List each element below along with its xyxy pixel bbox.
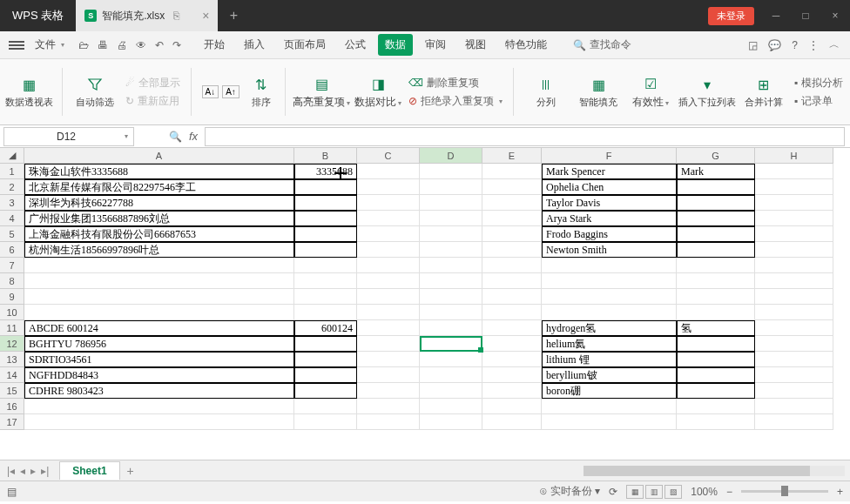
- col-header-E[interactable]: E: [482, 148, 542, 164]
- col-header-B[interactable]: B: [294, 148, 357, 164]
- cell[interactable]: [420, 164, 482, 179]
- tab-formula[interactable]: 公式: [338, 34, 373, 56]
- zoom-fx-icon[interactable]: 🔍: [169, 131, 182, 143]
- cell[interactable]: [294, 383, 357, 399]
- cell[interactable]: [677, 367, 755, 383]
- sort-asc-icon[interactable]: A↓: [202, 85, 219, 98]
- cell[interactable]: [294, 179, 357, 195]
- cell[interactable]: [357, 211, 420, 226]
- name-box[interactable]: D12 ▾: [3, 127, 134, 146]
- row-header[interactable]: 9: [0, 289, 24, 305]
- cell[interactable]: CDHRE 9803423: [24, 383, 294, 399]
- zoom-out-button[interactable]: −: [726, 486, 732, 498]
- reject-dupes-button[interactable]: ⊘拒绝录入重复项▾: [408, 94, 503, 109]
- cell[interactable]: Newton Smith: [542, 242, 677, 258]
- sheet-nav-prev-icon[interactable]: ◂: [20, 465, 25, 477]
- cell[interactable]: Mark: [677, 164, 755, 179]
- tab-data[interactable]: 数据: [378, 34, 413, 56]
- view-page-icon[interactable]: ▥: [645, 485, 663, 499]
- cell[interactable]: [755, 164, 833, 179]
- tab-view[interactable]: 视图: [458, 34, 493, 56]
- cell[interactable]: [420, 242, 482, 258]
- col-header-C[interactable]: C: [357, 148, 420, 164]
- cell[interactable]: 珠海金山软件3335688: [24, 164, 294, 179]
- cell[interactable]: Arya Stark: [542, 211, 677, 226]
- cell[interactable]: [294, 195, 357, 211]
- row-header[interactable]: 11: [0, 320, 24, 336]
- fx-label[interactable]: fx: [189, 130, 198, 143]
- save-icon[interactable]: 🖶: [98, 39, 108, 51]
- row-header[interactable]: 13: [0, 352, 24, 367]
- col-header-A[interactable]: A: [24, 148, 294, 164]
- redo-icon[interactable]: ↷: [172, 39, 181, 51]
- row-header[interactable]: 5: [0, 226, 24, 242]
- cell[interactable]: [294, 211, 357, 226]
- cell[interactable]: 广州报业集团13566887896刘总: [24, 211, 294, 226]
- cell[interactable]: [677, 336, 755, 352]
- autofilter-button[interactable]: 自动筛选: [73, 63, 117, 121]
- row-header[interactable]: 2: [0, 179, 24, 195]
- cell[interactable]: 北京新星传媒有限公司82297546李工: [24, 179, 294, 195]
- cell[interactable]: [357, 195, 420, 211]
- col-header-D[interactable]: D: [420, 148, 482, 164]
- col-header-H[interactable]: H: [755, 148, 833, 164]
- cell[interactable]: [677, 242, 755, 258]
- cell[interactable]: [677, 226, 755, 242]
- cell[interactable]: Frodo Baggins: [542, 226, 677, 242]
- collapse-ribbon-icon[interactable]: ︿: [829, 37, 840, 52]
- cell[interactable]: ABCDE 600124: [24, 320, 294, 336]
- smart-fill-button[interactable]: ▦ 智能填充: [577, 63, 620, 121]
- cell[interactable]: [482, 179, 542, 195]
- highlight-dupes-button[interactable]: ▤ 高亮重复项▾: [296, 63, 348, 121]
- zoom-level[interactable]: 100%: [691, 486, 718, 498]
- chat-icon[interactable]: 💬: [768, 39, 781, 51]
- cell[interactable]: Mark Spencer: [542, 164, 677, 179]
- print-icon[interactable]: 🖨: [117, 39, 127, 51]
- consolidate-button[interactable]: ⊞ 合并计算: [742, 63, 786, 121]
- cell[interactable]: [294, 352, 357, 367]
- maximize-icon[interactable]: □: [791, 0, 820, 31]
- sort-button[interactable]: ⇅ 排序: [248, 63, 274, 121]
- simulation-button[interactable]: ▪模拟分析: [794, 76, 843, 91]
- row-header[interactable]: 14: [0, 367, 24, 383]
- delete-dupes-button[interactable]: ⌫删除重复项: [408, 76, 503, 91]
- cell[interactable]: Taylor Davis: [542, 195, 677, 211]
- cell[interactable]: [677, 179, 755, 195]
- cell[interactable]: 杭州淘生活18566997896叶总: [24, 242, 294, 258]
- reapply-button[interactable]: ↻重新应用: [125, 94, 180, 109]
- cell[interactable]: Ophelia Chen: [542, 179, 677, 195]
- cell[interactable]: [482, 211, 542, 226]
- cell[interactable]: [482, 242, 542, 258]
- preview-icon[interactable]: 👁: [136, 39, 146, 51]
- document-tab[interactable]: S 智能填充.xlsx ⎘ ×: [76, 0, 218, 31]
- tab-features[interactable]: 特色功能: [498, 34, 554, 56]
- cell[interactable]: 600124: [294, 320, 357, 336]
- formula-input[interactable]: [205, 127, 845, 146]
- row-header[interactable]: 15: [0, 383, 24, 399]
- cell[interactable]: 3335688: [294, 164, 357, 179]
- row-header[interactable]: 3: [0, 195, 24, 211]
- validity-button[interactable]: ☑ 有效性▾: [629, 63, 672, 121]
- undo-icon[interactable]: ↶: [155, 39, 164, 51]
- cell[interactable]: [755, 179, 833, 195]
- select-all-corner[interactable]: ◢: [0, 148, 24, 164]
- hamburger-icon[interactable]: [9, 41, 24, 50]
- zoom-slider[interactable]: [741, 490, 828, 493]
- more-icon[interactable]: ⋮: [808, 39, 819, 51]
- cell[interactable]: [420, 226, 482, 242]
- view-break-icon[interactable]: ▧: [664, 485, 682, 499]
- name-box-dropdown-icon[interactable]: ▾: [125, 132, 128, 140]
- data-compare-button[interactable]: ◨ 数据对比▾: [356, 63, 400, 121]
- cell[interactable]: BGHTYU 786956: [24, 336, 294, 352]
- cell[interactable]: [755, 226, 833, 242]
- cell[interactable]: [357, 179, 420, 195]
- col-header-F[interactable]: F: [542, 148, 677, 164]
- new-tab-button[interactable]: +: [218, 0, 249, 31]
- horizontal-scrollbar[interactable]: [584, 466, 845, 476]
- row-header[interactable]: 8: [0, 273, 24, 289]
- cell[interactable]: SDRTIO34561: [24, 352, 294, 367]
- backup-status[interactable]: ⊙ 实时备份 ▾: [539, 484, 601, 499]
- insert-dropdown-button[interactable]: ▾ 插入下拉列表: [681, 63, 733, 121]
- cell[interactable]: beryllium铍: [542, 367, 677, 383]
- row-header[interactable]: 6: [0, 242, 24, 258]
